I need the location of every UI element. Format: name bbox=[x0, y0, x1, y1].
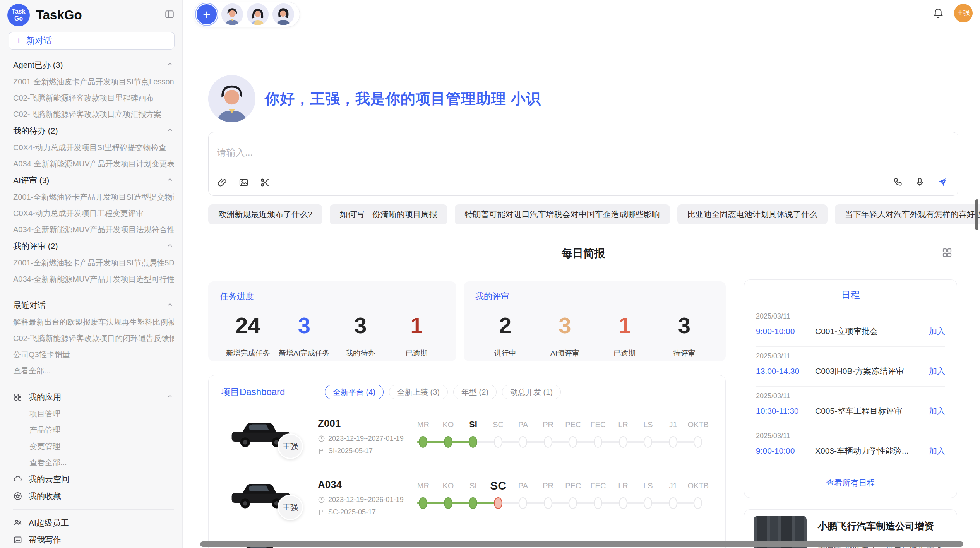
vertical-scrollbar-thumb[interactable] bbox=[975, 199, 978, 230]
list-item[interactable]: C02-飞腾新能源轻客改款项目立项汇报方案 bbox=[13, 106, 174, 122]
suggestion-chip[interactable]: 特朗普可能对进口汽车增税会对中国车企造成哪些影响 bbox=[455, 204, 670, 224]
chevron-up-icon[interactable] bbox=[166, 301, 174, 310]
new-chat-button[interactable]: + 新对话 bbox=[9, 32, 175, 50]
section-title: 我的评审 (2) bbox=[13, 241, 58, 252]
project-flag-date: SC-2025-05-17 bbox=[318, 508, 376, 516]
milestone-label: MR bbox=[411, 481, 436, 490]
join-button[interactable]: 加入 bbox=[929, 406, 945, 416]
milestone-label: PA bbox=[511, 420, 536, 429]
section-agent-done[interactable]: Agent已办 (3) bbox=[13, 57, 174, 74]
phone-call-icon[interactable] bbox=[893, 177, 903, 189]
chat-input-placeholder[interactable]: 请输入... bbox=[217, 146, 253, 159]
sidebar-item-my-apps[interactable]: 我的应用 bbox=[13, 389, 174, 406]
stat-label: 我的待办 bbox=[332, 348, 389, 358]
join-button[interactable]: 加入 bbox=[929, 366, 945, 377]
image-upload-icon[interactable] bbox=[238, 177, 249, 189]
agent-avatar-3[interactable] bbox=[272, 3, 294, 25]
sidebar-item-project-mgmt[interactable]: 项目管理 bbox=[13, 406, 174, 422]
view-all-chats[interactable]: 查看全部... bbox=[13, 363, 174, 379]
list-item[interactable]: C0X4-动力总成开发项目SI里程碑提交物检查 bbox=[13, 139, 174, 156]
agent-avatar-1[interactable] bbox=[221, 3, 243, 25]
stat-label: AI预评审 bbox=[535, 348, 595, 358]
new-chat-label: 新对话 bbox=[26, 35, 52, 46]
send-icon[interactable] bbox=[937, 176, 948, 189]
list-item[interactable]: A034-全新新能源MUV产品开发项目造型可行性评审 bbox=[13, 271, 174, 287]
section-my-todo[interactable]: 我的待办 (2) bbox=[13, 122, 174, 139]
schedule-card: 日程 2025/03/11 9:00-10:00 C001-立项审批会 加入 2… bbox=[744, 279, 957, 498]
add-agent-button[interactable]: + bbox=[196, 3, 218, 25]
section-ai-review[interactable]: AI评审 (3) bbox=[13, 172, 174, 189]
stat-cell: 1 已逾期 bbox=[595, 312, 654, 358]
view-all-schedule-link[interactable]: 查看所有日程 bbox=[744, 466, 957, 500]
sidebar-item-help-write[interactable]: 帮我写作 bbox=[13, 531, 174, 548]
milestone-label: KO bbox=[436, 420, 461, 429]
list-item[interactable]: A034-全新新能源MUV产品开发项目计划变更表编写 bbox=[13, 156, 174, 172]
project-code: A034 bbox=[318, 479, 342, 491]
tab-year-model[interactable]: 年型 (2) bbox=[453, 385, 497, 399]
list-item[interactable]: C0X4-动力总成开发项目工程变更评审 bbox=[13, 205, 174, 221]
section-title: 我的待办 (2) bbox=[13, 125, 58, 136]
input-toolbar-right bbox=[893, 176, 948, 189]
daily-brief-title: 每日简报 bbox=[208, 246, 958, 261]
milestone-dot bbox=[644, 436, 652, 448]
list-item[interactable]: C02-飞腾新能源轻客改款项目的闭环通告反馈情况 bbox=[13, 330, 174, 346]
chevron-up-icon[interactable] bbox=[166, 126, 174, 136]
daily-brief-header: 每日简报 bbox=[208, 246, 958, 264]
event-date: 2025/03/11 bbox=[756, 312, 945, 320]
star-circle-icon bbox=[13, 491, 22, 501]
chat-input-card[interactable]: 请输入... bbox=[208, 132, 958, 196]
horizontal-scrollbar-thumb[interactable] bbox=[200, 541, 963, 547]
sidebar-item-ai-super-staff[interactable]: AI超级员工 bbox=[13, 514, 174, 531]
chevron-up-icon[interactable] bbox=[166, 241, 174, 251]
suggestion-chip[interactable]: 欧洲新规最近颁布了什么? bbox=[208, 204, 322, 224]
tab-new-platform[interactable]: 全新平台 (4) bbox=[325, 385, 384, 399]
scissors-icon[interactable] bbox=[260, 177, 270, 189]
list-item[interactable]: 解释最新出台的欧盟报废车法规再生塑料比例被调至15%... bbox=[13, 314, 174, 330]
list-item[interactable]: Z001-全新燃油轻卡产品开发项目SI造型提交物评审 bbox=[13, 189, 174, 205]
list-item[interactable]: A034-全新新能源MUV产品开发项目法规符合性评审 bbox=[13, 221, 174, 238]
join-button[interactable]: 加入 bbox=[929, 326, 945, 337]
event-time: 13:00-14:30 bbox=[756, 366, 815, 376]
layout-grid-icon[interactable] bbox=[941, 247, 953, 260]
milestone-label: FEC bbox=[586, 420, 611, 429]
suggestion-chip[interactable]: 如何写一份清晰的项目周报 bbox=[330, 204, 447, 224]
suggestion-chip[interactable]: 当下年轻人对汽车外观有怎样的喜好趋势 bbox=[835, 204, 980, 224]
tab-powertrain[interactable]: 动总开发 (1) bbox=[502, 385, 561, 399]
stat-cell: 2 进行中 bbox=[475, 312, 535, 358]
section-recent-chats[interactable]: 最近对话 bbox=[13, 297, 174, 314]
list-item[interactable]: 公司Q3轻卡销量 bbox=[13, 346, 174, 363]
chevron-up-icon[interactable] bbox=[166, 60, 174, 70]
sidebar-item-product-mgmt[interactable]: 产品管理 bbox=[13, 422, 174, 438]
notification-bell-icon[interactable] bbox=[932, 7, 944, 20]
sidebar-item-favorites[interactable]: 我的收藏 bbox=[13, 488, 174, 505]
chevron-up-icon[interactable] bbox=[166, 392, 174, 402]
cloud-icon bbox=[13, 474, 22, 484]
attachment-icon[interactable] bbox=[217, 177, 228, 189]
join-button[interactable]: 加入 bbox=[929, 445, 945, 456]
schedule-entry: 2025/03/11 10:30-11:30 C005-整车工程目标评审 加入 bbox=[756, 387, 945, 426]
section-my-review[interactable]: 我的评审 (2) bbox=[13, 238, 174, 255]
agent-avatar-2[interactable] bbox=[247, 3, 269, 25]
milestone-dot bbox=[694, 497, 702, 509]
clock-icon bbox=[318, 496, 325, 503]
collapse-sidebar-icon[interactable] bbox=[164, 9, 175, 21]
suggestion-chip[interactable]: 比亚迪全固态电池计划具体说了什么 bbox=[677, 204, 828, 224]
list-item[interactable]: Z001-全新燃油皮卡产品开发项目SI节点Lesson Learn报告 bbox=[13, 74, 174, 90]
sidebar-item-cloud-space[interactable]: 我的云空间 bbox=[13, 471, 174, 488]
suggestion-chips: 欧洲新规最近颁布了什么? 如何写一份清晰的项目周报 特朗普可能对进口汽车增税会对… bbox=[208, 204, 980, 224]
main-area: + 王强 你好，王强，我是你的项目管理助理 小识 bbox=[183, 0, 980, 548]
event-name: C001-立项审批会 bbox=[815, 326, 929, 337]
tab-new-body[interactable]: 全新上装 (3) bbox=[389, 385, 448, 399]
list-item[interactable]: C02-飞腾新能源轻客改款项目里程碑画布 bbox=[13, 90, 174, 106]
view-all-apps[interactable]: 查看全部... bbox=[13, 454, 174, 471]
user-avatar[interactable]: 王强 bbox=[954, 4, 973, 22]
microphone-icon[interactable] bbox=[915, 177, 925, 189]
list-item[interactable]: Z001-全新燃油轻卡产品开发项目SI节点属性5D文件评审 bbox=[13, 255, 174, 271]
milestone-label: PR bbox=[536, 420, 561, 429]
stat-label: 待评审 bbox=[654, 348, 714, 358]
sidebar-item-change-mgmt[interactable]: 变更管理 bbox=[13, 438, 174, 454]
chevron-up-icon[interactable] bbox=[166, 176, 174, 185]
dashboard-title: 项目Dashboard bbox=[221, 386, 325, 398]
sidebar-header: Task Go TaskGo bbox=[0, 0, 182, 27]
milestone-track bbox=[411, 433, 711, 451]
